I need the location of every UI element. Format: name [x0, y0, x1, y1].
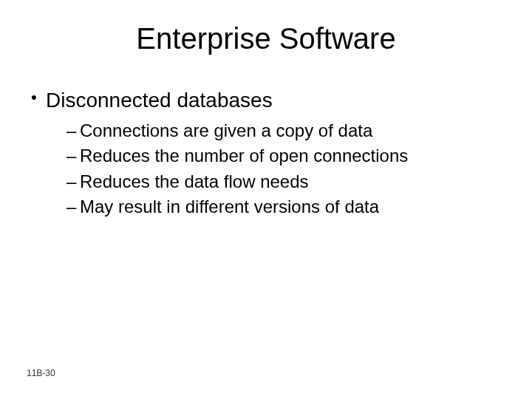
bullet-level2: May result in different versions of data: [66, 195, 505, 219]
content-body: Disconnected databases Connections are g…: [27, 86, 505, 219]
slide-number: 11B-30: [27, 368, 55, 378]
bullet-level2: Reduces the data flow needs: [66, 170, 505, 194]
bullet-level2: Connections are given a copy of data: [66, 119, 505, 143]
sub-bullet-group: Connections are given a copy of data Red…: [30, 119, 505, 219]
bullet-level2: Reduces the number of open connections: [66, 144, 505, 168]
bullet-level1: Disconnected databases: [30, 86, 505, 115]
slide-title: Enterprise Software: [27, 22, 505, 55]
slide-container: Enterprise Software Disconnected databas…: [0, 0, 532, 399]
